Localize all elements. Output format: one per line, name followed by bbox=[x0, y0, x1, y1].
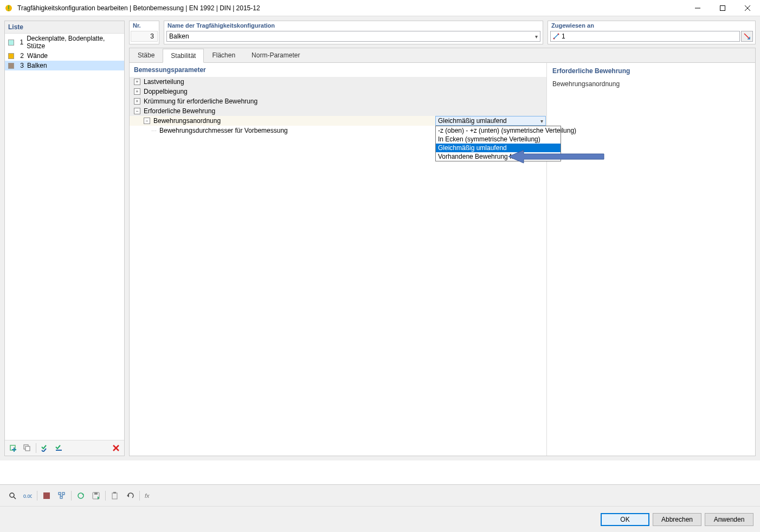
list-item-label: Balken bbox=[27, 62, 47, 69]
list-toolbar bbox=[5, 440, 124, 456]
footer: 0.00 fx OK Abbrechen Anwenden bbox=[0, 460, 760, 511]
params-tree: + Lastverteilung + Doppelbiegung + Krümm… bbox=[130, 77, 546, 135]
list-item-num: 3 bbox=[17, 62, 24, 69]
check-all-button[interactable] bbox=[53, 442, 66, 454]
tree-group[interactable]: + Krümmung für erforderliche Bewehrung bbox=[130, 96, 546, 106]
tree-label: Doppelbiegung bbox=[143, 88, 546, 95]
units-button[interactable]: 0.00 bbox=[21, 489, 35, 502]
assign-value: 1 bbox=[562, 33, 565, 40]
clipboard-button[interactable] bbox=[108, 489, 122, 502]
minimize-button[interactable] bbox=[685, 0, 710, 16]
name-value: Balken bbox=[169, 33, 189, 40]
tab-norm-parameter[interactable]: Norm-Parameter bbox=[243, 48, 308, 62]
new-item-button[interactable] bbox=[7, 442, 20, 454]
info-header: Erforderliche Bewehrung bbox=[552, 67, 750, 75]
delete-button[interactable] bbox=[110, 442, 123, 454]
svg-rect-24 bbox=[59, 492, 61, 495]
separator bbox=[37, 491, 37, 501]
name-label: Name der Tragfähigkeitskonfiguration bbox=[164, 21, 543, 30]
titlebar: Tragfähigkeitskonfiguration bearbeiten |… bbox=[0, 0, 760, 16]
maximize-button[interactable] bbox=[710, 0, 735, 16]
dialog-buttons: OK Abbrechen Anwenden bbox=[0, 506, 760, 532]
list-item[interactable]: 2 Wände bbox=[5, 51, 124, 61]
pick-button[interactable] bbox=[741, 31, 753, 42]
tab-stabilitaet[interactable]: Stabilität bbox=[163, 49, 204, 63]
tree-group[interactable]: + Doppelbiegung bbox=[130, 87, 546, 96]
expand-icon[interactable]: + bbox=[134, 88, 140, 95]
list-item-label: Deckenplatte, Bodenplatte, Stütze bbox=[27, 35, 121, 50]
tree-group[interactable]: + Lastverteilung bbox=[130, 77, 546, 87]
info-column: Erforderliche Bewehrung Bewehrungsanordn… bbox=[547, 63, 755, 456]
tab-staebe[interactable]: Stäbe bbox=[130, 48, 163, 62]
svg-rect-4 bbox=[720, 5, 725, 10]
tree-label: Krümmung für erforderliche Bewehrung bbox=[143, 98, 546, 105]
tabs: Stäbe Stabilität Flächen Norm-Parameter bbox=[130, 48, 755, 63]
list-item-num: 2 bbox=[17, 52, 24, 60]
number-box: Nr. 3 bbox=[129, 21, 159, 44]
right-area: Nr. 3 Name der Tragfähigkeitskonfigurati… bbox=[129, 21, 756, 456]
apply-button[interactable]: Anwenden bbox=[705, 513, 753, 526]
function-button[interactable]: fx bbox=[142, 489, 156, 502]
assign-input[interactable]: 1 bbox=[550, 31, 740, 42]
collapse-icon[interactable]: − bbox=[134, 108, 140, 114]
ok-button[interactable]: OK bbox=[601, 513, 649, 526]
info-text: Bewehrungsanordnung bbox=[552, 80, 750, 88]
chevron-down-icon: ▾ bbox=[535, 34, 538, 40]
svg-line-18 bbox=[744, 34, 750, 39]
tree-sub[interactable]: − Bewehrungsanordnung Gleichmäßig umlauf… bbox=[130, 116, 546, 126]
dropdown-option[interactable]: In Ecken (symmetrische Verteilung) bbox=[436, 135, 561, 144]
color-swatch bbox=[8, 63, 14, 69]
name-select[interactable]: Balken ▾ bbox=[166, 31, 540, 42]
reinforcement-layout-dropdown[interactable]: Gleichmäßig umlaufend ▾ -z (oben) - +z (… bbox=[435, 116, 546, 126]
close-button[interactable] bbox=[735, 0, 760, 16]
tree-label: Lastverteilung bbox=[143, 78, 546, 86]
expand-icon[interactable]: + bbox=[134, 79, 140, 85]
list-header: Liste bbox=[5, 21, 124, 34]
list-body: 1 Deckenplatte, Bodenplatte, Stütze 2 Wä… bbox=[5, 34, 124, 440]
refresh-button[interactable] bbox=[74, 489, 88, 502]
list-item-label: Wände bbox=[27, 52, 48, 60]
nr-label: Nr. bbox=[130, 21, 159, 30]
collapse-icon[interactable]: − bbox=[144, 118, 150, 124]
annotation-arrow bbox=[508, 148, 606, 166]
separator bbox=[139, 491, 140, 501]
tree-label: Bewehrungsanordnung bbox=[152, 117, 435, 125]
chevron-down-icon: ▾ bbox=[540, 118, 543, 124]
svg-line-21 bbox=[14, 497, 16, 499]
undo-button[interactable] bbox=[123, 489, 137, 502]
bottom-toolbar: 0.00 fx bbox=[0, 484, 760, 506]
cancel-button[interactable]: Abbrechen bbox=[653, 513, 701, 526]
expand-icon[interactable]: + bbox=[134, 98, 140, 105]
save-config-button[interactable] bbox=[89, 489, 103, 502]
dropdown-value: Gleichmäßig umlaufend bbox=[438, 117, 507, 125]
list-item[interactable]: 3 Balken bbox=[5, 61, 124, 70]
svg-rect-23 bbox=[43, 492, 50, 499]
copy-item-button[interactable] bbox=[21, 442, 34, 454]
tree-button[interactable] bbox=[55, 489, 69, 502]
separator bbox=[71, 491, 72, 501]
check-button[interactable] bbox=[38, 442, 51, 454]
left-list-panel: Liste 1 Deckenplatte, Bodenplatte, Stütz… bbox=[4, 21, 125, 456]
tree-label: Erforderliche Bewehrung bbox=[143, 107, 546, 115]
tab-flaechen[interactable]: Flächen bbox=[204, 48, 243, 62]
list-item[interactable]: 1 Deckenplatte, Bodenplatte, Stütze bbox=[5, 34, 124, 51]
svg-point-20 bbox=[10, 493, 14, 497]
svg-rect-1 bbox=[8, 5, 9, 9]
member-icon bbox=[553, 33, 559, 40]
tree-group[interactable]: − Erforderliche Bewehrung bbox=[130, 106, 546, 116]
svg-rect-35 bbox=[113, 492, 116, 494]
svg-rect-32 bbox=[94, 492, 98, 495]
svg-rect-25 bbox=[62, 492, 65, 495]
color-button[interactable] bbox=[40, 489, 54, 502]
separator bbox=[105, 491, 106, 501]
worksheet: Stäbe Stabilität Flächen Norm-Parameter … bbox=[129, 48, 756, 456]
search-button[interactable] bbox=[5, 489, 20, 502]
svg-rect-11 bbox=[25, 446, 30, 451]
app-icon bbox=[4, 4, 13, 12]
dropdown-option[interactable]: -z (oben) - +z (unten) (symmetrische Ver… bbox=[436, 126, 561, 135]
tree-connector: ⋯ bbox=[151, 128, 157, 134]
window-controls bbox=[685, 0, 760, 16]
nr-value[interactable]: 3 bbox=[131, 31, 158, 42]
svg-point-2 bbox=[8, 10, 9, 11]
content-area: Liste 1 Deckenplatte, Bodenplatte, Stütz… bbox=[0, 16, 760, 460]
